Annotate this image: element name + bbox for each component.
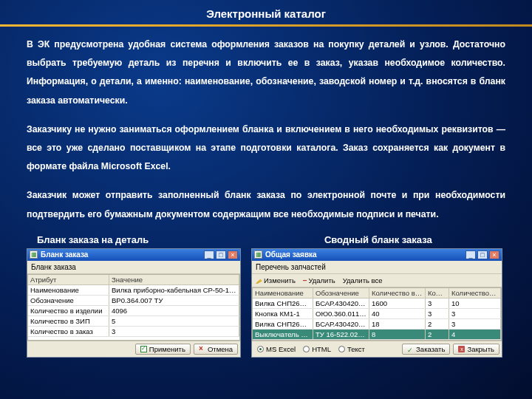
table-row[interactable]: Вилка СНП268-50В...БСАР.430420.01...1600… [253,299,501,309]
minimize-button[interactable]: _ [204,250,214,259]
cell-qty-zip: 3 [426,309,449,318]
cell-designation: ТУ 16-522.024-80 [313,330,369,339]
cell-designation: БСАР.430420.01... [313,319,369,329]
cell-qty-product: 1600 [369,299,426,308]
close-label: Закрыть [467,345,494,353]
col-value[interactable]: Значение [109,275,239,284]
edit-button[interactable]: Изменить [254,276,297,285]
cell-designation: ОЮ0.360.011 ТУ [313,309,369,318]
table-row[interactable]: ОбозначениеВР0.364.007 ТУ [28,296,239,306]
cell-qty-order: 10 [449,299,501,308]
attribute-table: Атрибут Значение НаименованиеВилка прибо… [27,274,240,341]
cell-value: ВР0.364.007 ТУ [109,296,239,305]
titlebar[interactable]: ▦ Бланк заказа _ □ × [27,249,240,261]
cell-qty-order: 4 [449,330,501,339]
cell-qty-zip: 3 [426,299,449,308]
body-text: В ЭК предусмотрена удобная система оформ… [0,30,532,224]
window-icon: ▦ [30,250,38,259]
edit-label: Изменить [264,276,296,284]
check-icon [140,346,147,352]
cell-name: Кнопка КМ1-1 [253,309,313,318]
minimize-button[interactable]: _ [466,250,476,259]
subheader-label: Бланк заказа [27,261,240,274]
radio-dot-icon [257,346,264,352]
caption-left: Бланк заказа на деталь [27,234,295,245]
cancel-label: Отмена [208,345,233,353]
cell-designation: БСАР.430420.01... [313,299,369,308]
toolbar: Изменить – Удалить Удалить все [252,274,502,287]
col-attr[interactable]: Атрибут [28,275,109,284]
pencil-icon [256,277,262,284]
cell-attr: Количество в изделии [28,306,109,316]
cell-attr: Обозначение [28,296,109,305]
col-qty-product[interactable]: Количество в издел... [369,288,426,298]
close-button[interactable]: × [228,250,238,259]
window-title: Бланк заказа [41,250,204,259]
parts-table: Наименование Обозначение Количество в из… [252,287,502,341]
cell-name: Вилка СНП268-50В... [253,299,313,308]
cell-name: Выключатель АК50... [253,330,313,339]
order-label: Заказать [416,345,445,353]
table-row[interactable]: Выключатель АК50...ТУ 16-522.024-80824 [253,330,501,340]
apply-button[interactable]: Применить [135,344,191,355]
subheader-label: Перечень запчастей [252,261,502,274]
cell-qty-product: 8 [369,330,426,339]
close-icon: х [458,346,465,352]
table-row[interactable]: Количество в изделии4096 [28,306,239,316]
window-title: Общая заявка [265,250,466,259]
paragraph-3: Заказчик может отправить заполненный бла… [27,186,505,223]
paragraph-1: В ЭК предусмотрена удобная система оформ… [27,35,505,110]
cell-qty-zip: 2 [426,319,449,329]
cell-value: Вилка приборно-кабельная СР-50-183 ФВ [109,285,239,295]
check-icon [407,346,414,352]
col-name[interactable]: Наименование [253,288,313,298]
radio-dot-icon [303,346,310,352]
cell-value: 4096 [109,306,239,316]
radio-html[interactable]: HTML [303,345,331,353]
order-form-window: ▦ Бланк заказа _ □ × Бланк заказа Атрибу… [27,248,241,358]
minus-icon: – [303,277,307,284]
cell-value: 5 [109,316,239,326]
radio-text[interactable]: Текст [338,345,365,353]
page-title: Электронный каталог [0,0,532,24]
cell-attr: Количество в заказ [28,327,109,336]
cell-attr: Количество в ЗИП [28,316,109,326]
cell-qty-zip: 2 [426,330,449,339]
title-divider [0,24,532,27]
col-qty-order[interactable]: Количество в заказ [449,288,501,298]
table-row[interactable]: НаименованиеВилка приборно-кабельная СР-… [28,285,239,296]
cell-value: 3 [109,327,239,336]
col-designation[interactable]: Обозначение [313,288,369,298]
format-radios: MS Excel HTML Текст [254,344,365,355]
caption-right: Сводный бланк заказа [295,234,505,245]
maximize-button[interactable]: □ [477,250,488,259]
table-row[interactable]: Вилка СНП268-50В...БСАР.430420.01...1823 [253,319,501,330]
close-button-footer[interactable]: х Закрыть [453,344,499,355]
paragraph-2: Заказчику не нужно заниматься оформление… [27,120,505,177]
cancel-icon: × [199,346,205,352]
cell-qty-order: 3 [449,319,501,329]
cell-qty-product: 18 [369,319,426,329]
titlebar[interactable]: ▦ Общая заявка _ □ × [252,249,502,261]
radio-label: HTML [312,345,331,353]
cell-qty-product: 40 [369,309,426,318]
cancel-button[interactable]: × Отмена [194,344,238,355]
radio-msexcel[interactable]: MS Excel [257,345,296,353]
table-row[interactable]: Количество в ЗИП5 [28,316,239,327]
radio-label: MS Excel [266,345,296,353]
order-button[interactable]: Заказать [402,344,450,355]
cell-attr: Наименование [28,285,109,295]
table-row[interactable]: Кнопка КМ1-1ОЮ0.360.011 ТУ4033 [253,309,501,319]
close-button[interactable]: × [489,250,499,259]
maximize-button[interactable]: □ [216,250,226,259]
summary-order-window: ▦ Общая заявка _ □ × Перечень запчастей … [251,248,502,358]
delete-button[interactable]: – Удалить [301,276,337,285]
col-qty-zip[interactable]: Количество в ЗИП [426,288,449,298]
apply-label: Применить [149,345,185,353]
cell-name: Вилка СНП268-50В... [253,319,313,329]
delete-all-label: Удалить все [343,276,383,284]
table-row[interactable]: Количество в заказ3 [28,327,239,337]
radio-label: Текст [347,345,365,353]
delete-label: Удалить [308,276,335,284]
delete-all-button[interactable]: Удалить все [341,276,384,285]
